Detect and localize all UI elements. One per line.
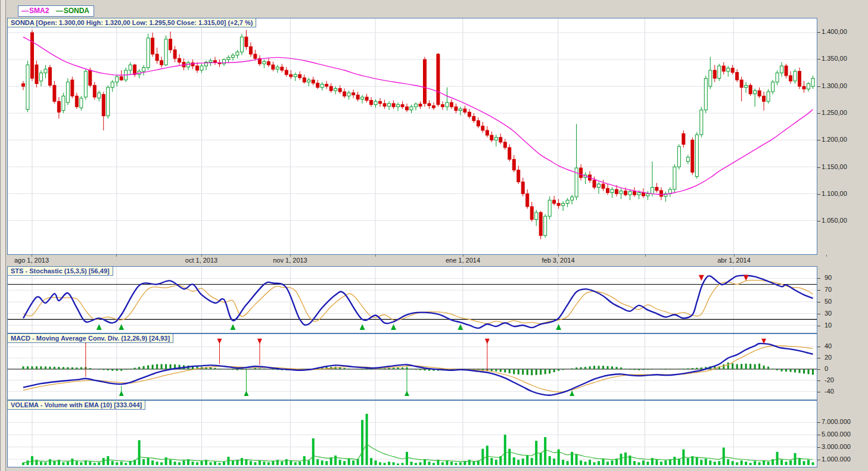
axis-tick-mark: [817, 380, 820, 381]
axis-tick-mark: [817, 422, 820, 423]
x-axis-tick-mark: [116, 255, 117, 257]
axis-tick-label: 20: [825, 354, 832, 361]
x-axis-tick-mark: [558, 255, 559, 257]
axis-tick-mark: [817, 167, 820, 168]
macd-header[interactable]: MACD - Moving Average Conv. Div. (12,26,…: [7, 333, 173, 343]
volume-svg[interactable]: [8, 401, 817, 467]
x-axis-tick-mark: [463, 255, 463, 257]
axis-tick-label: 1.050,00: [822, 217, 847, 224]
vertical-gridlines: [32, 401, 817, 467]
stochastic-svg[interactable]: [8, 267, 817, 333]
axis-tick-mark: [817, 86, 820, 87]
axis-tick-mark: [817, 278, 820, 279]
axis-tick-label: 1.250,00: [822, 109, 847, 116]
x-axis-tick-mark: [645, 255, 646, 257]
macd-svg[interactable]: [8, 334, 817, 400]
axis-tick-mark: [817, 314, 820, 314]
axis-tick-mark: [817, 59, 820, 60]
axis-tick-label: 3.000.000: [822, 443, 851, 450]
price-chart-panel[interactable]: SONDA [Open: 1.300,00 High: 1.320,00 Low…: [7, 18, 817, 255]
x-axis-date-label: oct 1, 2013: [185, 257, 217, 264]
x-axis-tick-mark: [375, 255, 376, 257]
axis-tick-mark: [817, 221, 820, 222]
axis-tick-mark: [817, 392, 820, 392]
axis-tick-mark: [817, 32, 820, 33]
left-splitter[interactable]: [0, 0, 6, 471]
axis-tick-mark: [817, 347, 820, 347]
axis-tick-label: 10: [825, 322, 832, 329]
axis-tick-label: 7.000.000: [822, 418, 851, 425]
sma2-legend-label: SMA2: [29, 7, 49, 15]
axis-tick-mark: [817, 194, 820, 195]
sma2-line-swatch: —: [21, 7, 28, 15]
x-axis-tick-mark: [734, 255, 735, 257]
series-legend[interactable]: —SMA2 —SONDA: [18, 5, 94, 17]
axis-tick-mark: [817, 290, 820, 291]
x-axis-tick-mark: [201, 255, 202, 257]
x-axis-date-label: ene 1, 2014: [446, 257, 480, 264]
stochastic-panel[interactable]: STS - Stochastic (15,3,5) [56,49]: [7, 266, 817, 333]
axis-tick-label: 5.000.000: [822, 431, 851, 438]
sonda-legend-label: SONDA: [64, 7, 89, 15]
axis-tick-mark: [817, 140, 820, 141]
quote-info-bar: SONDA [Open: 1.300,00 High: 1.320,00 Low…: [7, 18, 256, 27]
axis-tick-mark: [817, 447, 820, 448]
price-chart-svg[interactable]: [8, 18, 817, 254]
axis-tick-mark: [817, 358, 820, 358]
axis-tick-label: 1.200,00: [822, 136, 847, 143]
sma2-line: [23, 37, 813, 194]
sonda-line-swatch: —: [56, 7, 63, 15]
volume-panel[interactable]: VOLEMA - Volume with EMA (10) [333.044]: [7, 400, 817, 467]
macd-signal-line: [23, 345, 813, 392]
x-axis-tick-mark: [826, 255, 827, 257]
x-axis-date-label: nov 1, 2013: [273, 257, 307, 264]
axis-tick-label: 90: [825, 274, 832, 281]
x-axis-tick-mark: [32, 255, 32, 257]
horizontal-gridlines: [8, 422, 817, 459]
axis-tick-mark: [817, 435, 820, 435]
axis-tick-label: 40: [825, 342, 832, 350]
volume-header[interactable]: VOLEMA - Volume with EMA (10) [333.044]: [7, 400, 145, 410]
macd-panel[interactable]: MACD - Moving Average Conv. Div. (12,26,…: [7, 333, 817, 400]
axis-tick-label: 1.350,00: [822, 55, 847, 62]
axis-tick-label: 50: [825, 298, 832, 305]
axis-tick-label: 1.300,00: [822, 82, 847, 89]
x-axis-date-label: feb 3, 2014: [542, 257, 574, 264]
axis-tick-mark: [817, 460, 820, 460]
axis-tick-label: -40: [825, 388, 834, 395]
stochastic-header[interactable]: STS - Stochastic (15,3,5) [56,49]: [7, 266, 113, 276]
axis-tick-label: 0: [825, 365, 828, 372]
axis-tick-mark: [817, 113, 820, 114]
axis-tick-label: 1.150,00: [822, 163, 847, 170]
axis-tick-mark: [817, 326, 820, 326]
vertical-gridlines: [32, 267, 817, 333]
volume-ema-line: [23, 445, 813, 463]
axis-tick-label: 1.000.000: [822, 456, 851, 463]
axis-tick-mark: [817, 302, 820, 302]
axis-tick-label: 70: [825, 286, 832, 293]
horizontal-gridlines: [8, 33, 817, 221]
x-axis-date-label: abr 1, 2014: [717, 257, 751, 264]
axis-tick-label: 30: [825, 310, 832, 317]
x-axis-tick-mark: [290, 255, 291, 257]
axis-tick-label: 1.100,00: [822, 190, 847, 197]
axis-tick-label: 1.400,00: [822, 28, 847, 35]
x-axis-date-label: ago 1, 2013: [14, 257, 49, 264]
axis-tick-mark: [817, 369, 820, 370]
axis-tick-label: -20: [825, 376, 834, 383]
candlesticks-layer: [21, 30, 814, 239]
